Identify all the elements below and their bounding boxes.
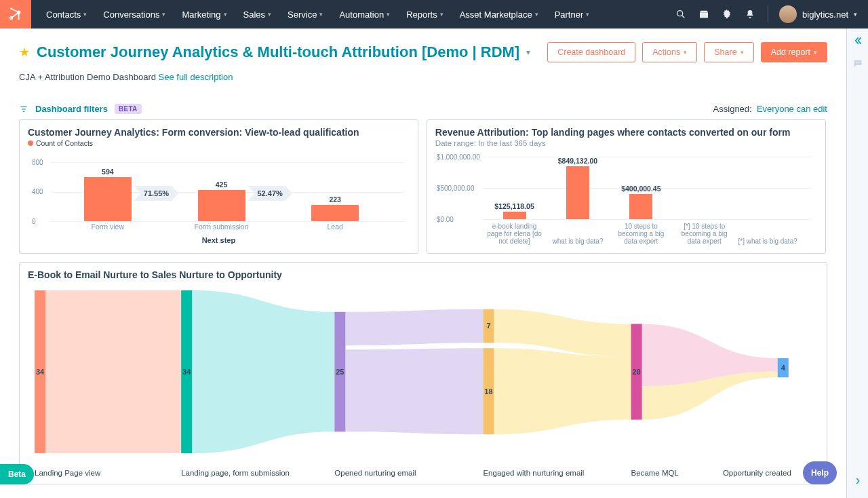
assigned-label: Assigned:	[713, 104, 752, 114]
svg-line-8	[682, 16, 685, 18]
svg-point-12	[857, 62, 858, 63]
nav-conversations[interactable]: Conversations▾	[96, 5, 172, 24]
hubspot-logo-icon[interactable]	[0, 0, 31, 28]
svg-point-4	[10, 7, 12, 9]
svg-point-11	[856, 62, 856, 63]
nav-contacts[interactable]: Contacts▾	[39, 5, 94, 24]
svg-point-5	[10, 17, 13, 20]
beta-badge: BETA	[115, 104, 142, 114]
actions-button[interactable]: Actions▾	[642, 42, 697, 62]
funnel-ytick: 0	[32, 218, 36, 225]
revenue-bar: $400,000.45	[629, 194, 652, 219]
top-nav: Contacts▾ Conversations▾ Marketing▾ Sale…	[0, 0, 868, 28]
svg-point-6	[18, 18, 19, 20]
sankey-stage-label: Opportunity created	[723, 469, 791, 477]
share-button[interactable]: Share▾	[704, 42, 753, 62]
add-report-button[interactable]: Add report▾	[761, 42, 827, 62]
card-sankey: E-Book to Email Nurture to Sales Nurture…	[19, 262, 827, 484]
assigned-value-link[interactable]: Everyone can edit	[757, 104, 827, 114]
svg-point-13	[859, 62, 859, 63]
main-content: ★ Customer Journey Analytics & Multi-tou…	[0, 28, 846, 498]
revenue-bar: $125,118.05	[503, 212, 526, 220]
rev-ytick: $1,000,000.00	[437, 153, 480, 161]
svg-rect-9	[700, 12, 708, 18]
sankey-stage-label: Landing Page view	[35, 469, 100, 477]
svg-point-7	[677, 11, 683, 16]
card-revenue: Revenue Attribution: Top landing pages w…	[427, 119, 826, 254]
nav-asset-marketplace[interactable]: Asset Marketplace▾	[453, 5, 545, 24]
svg-line-1	[12, 9, 19, 13]
funnel-legend: Count of Contacts	[36, 139, 93, 147]
rail-expand-icon[interactable]	[853, 476, 863, 486]
sankey-node-value: 4	[781, 364, 785, 372]
search-icon[interactable]	[675, 9, 686, 20]
revenue-chart: $1,000,000.00 $500,000.00 $0.00 $125,118…	[435, 151, 817, 246]
right-rail	[846, 28, 868, 498]
nav-sales[interactable]: Sales▾	[237, 5, 279, 24]
funnel-chart: 800 400 0 594425223 Form viewForm submis…	[28, 149, 410, 240]
revenue-category: [*] what is big data?	[737, 237, 798, 245]
nav-reports[interactable]: Reports▾	[399, 5, 450, 24]
revenue-category: [*] 10 steps to becoming a big data expe…	[674, 223, 735, 245]
sankey-node-value: 34	[36, 368, 44, 376]
funnel-xaxis-label: Next step	[202, 236, 236, 244]
collapse-rail-icon[interactable]	[852, 35, 863, 46]
filter-icon[interactable]	[19, 104, 28, 114]
sankey-stage-label: Opened nurturing email	[334, 469, 416, 477]
create-dashboard-button[interactable]: Create dashboard	[547, 42, 635, 62]
rev-ytick: $0.00	[437, 216, 454, 223]
funnel-ytick: 800	[32, 159, 43, 166]
sankey-node-value: 20	[632, 368, 640, 376]
marketplace-icon[interactable]	[698, 9, 709, 20]
funnel-category: Form submission	[195, 223, 249, 231]
sankey-node-value: 34	[182, 368, 191, 376]
account-menu[interactable]: biglytics.net ▾	[768, 5, 857, 23]
nav-automation[interactable]: Automation▾	[332, 5, 397, 24]
funnel-bar: 223	[311, 205, 359, 221]
revenue-category: 10 steps to becoming a big data expert	[610, 223, 671, 245]
primary-nav: Contacts▾ Conversations▾ Marketing▾ Sale…	[39, 5, 596, 24]
funnel-ytick: 400	[32, 188, 43, 195]
help-chip[interactable]: Help	[803, 461, 837, 484]
nav-marketing[interactable]: Marketing▾	[175, 5, 233, 24]
card-sankey-title: E-Book to Email Nurture to Sales Nurture…	[28, 269, 818, 280]
legend-dot-icon	[28, 140, 33, 146]
rev-ytick: $500,000.00	[437, 185, 475, 192]
sankey-node-value: 25	[336, 368, 344, 376]
dashboard-filters-link[interactable]: Dashboard filters	[35, 104, 108, 114]
dashboard-description: CJA + Attribution Demo Dashboard	[19, 72, 159, 82]
sankey-stage-label: Became MQL	[631, 469, 679, 477]
sankey-chart: 343425718204 Landing Page viewLanding pa…	[28, 287, 818, 477]
funnel-bar: 425	[198, 190, 245, 221]
sankey-node-value: 7	[486, 322, 490, 330]
page-actions: Create dashboard Actions▾ Share▾ Add rep…	[547, 42, 827, 62]
avatar	[779, 5, 797, 23]
comment-icon[interactable]	[852, 58, 863, 69]
sankey-node-value: 18	[484, 387, 492, 396]
favorite-star-icon[interactable]: ★	[19, 45, 30, 60]
nav-partner[interactable]: Partner▾	[548, 5, 597, 24]
title-dropdown-icon[interactable]: ▾	[526, 47, 530, 57]
revenue-category: e-book landing page for elena [do not de…	[484, 223, 545, 245]
sankey-stage-label: Engaged with nurturing email	[483, 469, 584, 477]
funnel-category: Form view	[92, 223, 124, 231]
card-revenue-subtitle: Date range: In the last 365 days	[435, 139, 817, 147]
see-full-description-link[interactable]: See full description	[159, 72, 233, 82]
card-funnel: Customer Journey Analytics: Form convers…	[19, 119, 418, 254]
notifications-icon[interactable]	[745, 9, 755, 20]
revenue-category: what is big data?	[547, 237, 608, 245]
page-title: Customer Journey Analytics & Multi-touch…	[37, 43, 519, 61]
funnel-category: Lead	[327, 223, 342, 231]
sankey-stage-label: Landing page, form submission	[181, 469, 290, 477]
settings-icon[interactable]	[722, 9, 732, 20]
nav-service[interactable]: Service▾	[281, 5, 330, 24]
beta-chip[interactable]: Beta	[0, 464, 34, 484]
funnel-bar: 594	[84, 177, 132, 221]
revenue-bar: $849,132.00	[566, 166, 589, 219]
account-name: biglytics.net	[802, 9, 848, 20]
card-funnel-title: Customer Journey Analytics: Form convers…	[28, 127, 410, 138]
card-revenue-title: Revenue Attribution: Top landing pages w…	[435, 127, 817, 138]
